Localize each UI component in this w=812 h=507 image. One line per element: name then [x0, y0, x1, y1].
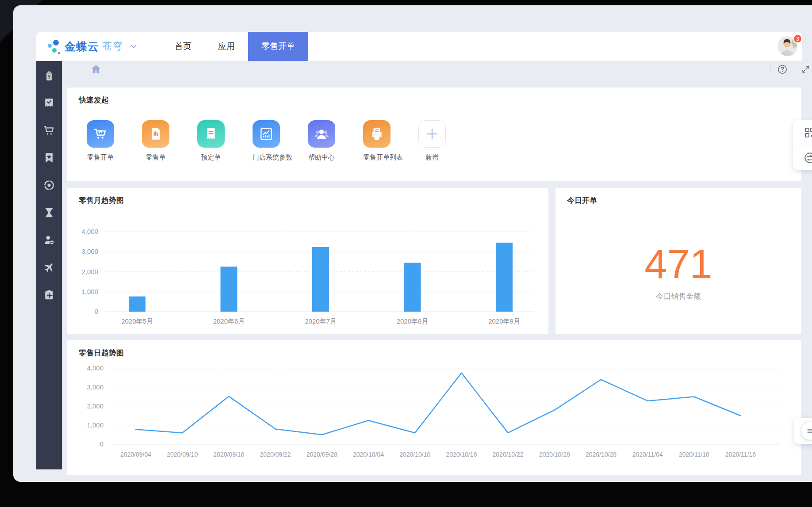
plus-icon[interactable] [418, 120, 446, 148]
daily-chart-title: 零售日趋势图 [79, 348, 124, 358]
cart-arrow-icon[interactable] [87, 120, 114, 148]
swap-button[interactable] [793, 145, 812, 170]
svg-text:1,000: 1,000 [81, 288, 98, 295]
quick-launch-item: 门店系统参数 [253, 120, 280, 162]
svg-text:2020年7月: 2020年7月 [305, 317, 337, 325]
svg-text:2020/10/04: 2020/10/04 [353, 451, 384, 458]
floating-menu-button[interactable] [794, 418, 812, 444]
nav-tabs: 首页应用零售开单 [161, 32, 308, 61]
monthly-bar-chart: 01,0002,0003,0004,0002020年5月2020年6月2020年… [78, 216, 538, 333]
monthly-chart-title: 零售月趋势图 [79, 195, 124, 206]
people-icon[interactable] [308, 120, 335, 148]
nav-tab-1[interactable]: 首页 [161, 32, 205, 61]
quick-launch-item: 新增 [418, 120, 446, 162]
chevron-down-icon[interactable] [130, 43, 137, 50]
home-icon[interactable] [90, 64, 102, 75]
quick-launch-list: 零售开单零售单预定单门店系统参数帮助中心零售开单列表新增 [87, 120, 446, 162]
quick-launch-label: 零售单 [142, 153, 169, 162]
quick-launch-label: 新增 [418, 153, 446, 162]
svg-text:0: 0 [95, 308, 98, 315]
svg-text:4,000: 4,000 [81, 228, 98, 235]
printer-icon[interactable] [363, 120, 391, 148]
svg-text:2020/09/22: 2020/09/22 [260, 451, 291, 458]
svg-text:2020/11/10: 2020/11/10 [679, 451, 709, 458]
quick-launch-label: 门店系统参数 [253, 153, 280, 162]
svg-text:2,000: 2,000 [81, 268, 98, 275]
svg-text:2,000: 2,000 [87, 402, 103, 410]
plane-icon[interactable] [43, 261, 55, 274]
nav-tab-2[interactable]: 应用 [205, 32, 248, 61]
brand-sub-name: 苍穹 [102, 40, 123, 53]
brand-name: 金蝶云 [65, 39, 99, 54]
quick-launch-item: 零售开单 [87, 120, 114, 162]
svg-text:2020年5月: 2020年5月 [121, 317, 153, 325]
side-tools-panel [793, 120, 812, 170]
app-logo[interactable]: 金蝶云 苍穹 [47, 32, 137, 61]
svg-text:2020/10/28: 2020/10/28 [539, 451, 570, 458]
receipt-bars-icon[interactable] [142, 120, 169, 148]
quick-launch-label: 帮助中心 [308, 153, 335, 162]
target-icon[interactable] [43, 179, 55, 191]
svg-text:2020/09/10: 2020/09/10 [167, 451, 198, 458]
daily-line-chart: 01,0002,0003,0004,0002020/09/042020/09/1… [76, 360, 793, 464]
list-menu-icon [801, 422, 812, 440]
svg-text:¥: ¥ [48, 74, 51, 80]
quick-launch-item: 帮助中心 [308, 120, 335, 162]
top-navbar: 金蝶云 苍穹 首页应用零售开单 3 [36, 32, 802, 61]
fullscreen-icon[interactable] [801, 65, 811, 74]
quick-launch-panel: 快速发起 零售开单零售单预定单门店系统参数帮助中心零售开单列表新增 [67, 88, 801, 181]
breadcrumb-bar [62, 61, 812, 78]
today-sales-caption: 今日销售金额 [555, 291, 801, 301]
svg-text:0: 0 [100, 440, 103, 448]
help-icon[interactable] [777, 64, 788, 75]
monthly-trend-panel: 零售月趋势图 01,0002,0003,0004,0002020年5月2020年… [67, 188, 548, 334]
hourglass-icon[interactable] [43, 206, 55, 219]
svg-text:4,000: 4,000 [87, 364, 103, 372]
svg-text:3,000: 3,000 [87, 383, 103, 391]
grid-edit-button[interactable] [793, 120, 812, 145]
today-panel-title: 今日开单 [567, 195, 597, 206]
receipt-lines-icon[interactable] [197, 120, 225, 148]
today-sales-value: 471 [555, 241, 801, 287]
svg-text:2020/10/28: 2020/10/28 [586, 451, 617, 458]
cart-icon[interactable] [43, 124, 55, 137]
user-avatar[interactable]: 3 [777, 36, 798, 57]
desktop-background: 金蝶云 苍穹 首页应用零售开单 3 [0, 0, 812, 507]
svg-text:2020/09/28: 2020/09/28 [306, 451, 337, 458]
svg-text:2020年9月: 2020年9月 [488, 317, 520, 325]
bookmark-star-icon[interactable] [43, 152, 55, 164]
svg-text:1,000: 1,000 [87, 421, 103, 429]
left-sidebar: ¥ [36, 61, 62, 469]
svg-text:2020/09/16: 2020/09/16 [213, 451, 244, 458]
ribbon-check-icon[interactable] [43, 97, 55, 109]
svg-text:2020/10/16: 2020/10/16 [446, 451, 477, 458]
svg-text:2020/09/04: 2020/09/04 [120, 451, 151, 458]
quick-launch-item: 零售单 [142, 120, 169, 162]
svg-text:2020/11/04: 2020/11/04 [632, 451, 663, 458]
chart-frame-icon[interactable] [253, 120, 280, 148]
quick-launch-item: 零售开单列表 [363, 120, 391, 162]
svg-text:2020年8月: 2020年8月 [397, 317, 429, 325]
quick-launch-label: 零售开单列表 [363, 153, 391, 162]
user-gear-icon[interactable] [43, 234, 55, 246]
svg-text:2020年6月: 2020年6月 [213, 317, 245, 325]
quick-launch-label: 零售开单 [87, 153, 114, 162]
app-window: 金蝶云 苍穹 首页应用零售开单 3 [13, 5, 812, 482]
nav-tab-3[interactable]: 零售开单 [248, 32, 308, 61]
quick-launch-title: 快速发起 [79, 95, 109, 105]
price-tag-yen-icon[interactable]: ¥ [43, 69, 55, 82]
svg-text:2020/11/16: 2020/11/16 [725, 451, 756, 458]
quick-launch-label: 预定单 [197, 153, 225, 162]
svg-text:2020/10/10: 2020/10/10 [399, 451, 430, 458]
quick-launch-item: 预定单 [197, 120, 225, 162]
daily-trend-panel: 零售日趋势图 01,0002,0003,0004,0002020/09/0420… [67, 340, 801, 475]
today-billing-panel: 今日开单 471 今日销售金额 [555, 188, 801, 334]
svg-text:3,000: 3,000 [81, 248, 98, 255]
logo-icon [47, 38, 62, 55]
notification-badge: 3 [793, 34, 802, 43]
boarding-pass-icon[interactable] [43, 289, 55, 301]
svg-text:2020/10/22: 2020/10/22 [493, 451, 524, 458]
toolbar-divider [770, 65, 771, 74]
